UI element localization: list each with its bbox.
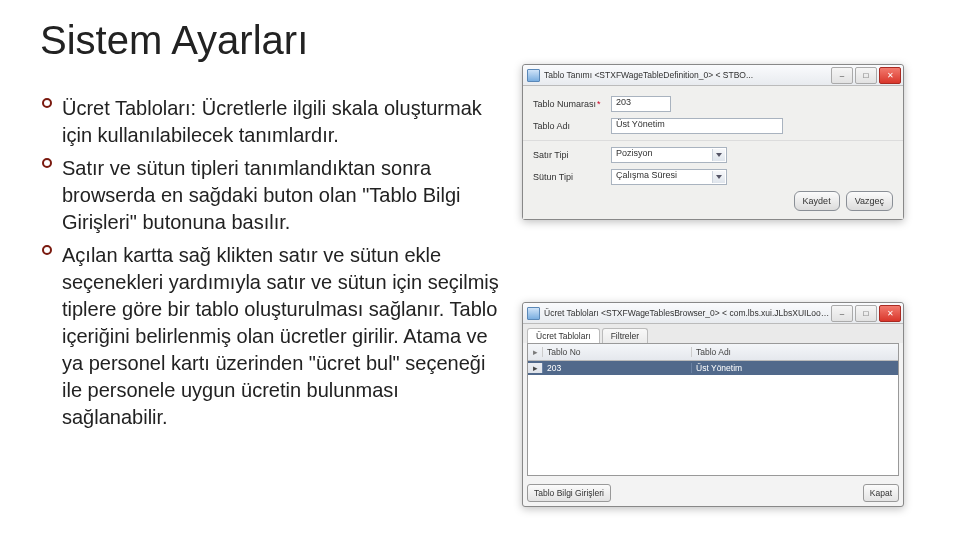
row-type-value: Pozisyon: [616, 148, 653, 158]
row-type-select[interactable]: Pozisyon: [611, 147, 727, 163]
bullet-dot-icon: [42, 98, 52, 108]
col-type-select[interactable]: Çalışma Süresi: [611, 169, 727, 185]
bullet-dot-icon: [42, 158, 52, 168]
minimize-button[interactable]: –: [831, 67, 853, 84]
close-button[interactable]: ✕: [879, 67, 901, 84]
browser-footer: Tablo Bilgi Girişleri Kapat: [523, 480, 903, 506]
cell-table-no: 203: [543, 363, 692, 373]
close-button[interactable]: ✕: [879, 305, 901, 322]
chevron-down-icon: [712, 171, 725, 183]
row-handle-header[interactable]: ▸: [528, 347, 543, 357]
col-header-no[interactable]: Tablo No: [543, 347, 692, 357]
save-button[interactable]: Kaydet: [794, 191, 840, 211]
row-handle[interactable]: ▸: [528, 363, 543, 373]
slide: Sistem Ayarları Ücret Tabloları: Ücretle…: [0, 0, 959, 536]
table-no-label: Tablo Numarası: [533, 99, 611, 109]
close-browser-button[interactable]: Kapat: [863, 484, 899, 502]
tab-wage-tables[interactable]: Ücret Tabloları: [527, 328, 600, 343]
divider: [523, 140, 903, 141]
maximize-button[interactable]: □: [855, 67, 877, 84]
form-area: Tablo Numarası 203 Tablo Adı Üst Yönetim…: [523, 86, 903, 219]
table-definition-window: Tablo Tanımı <STXFWageTableDefinition_0>…: [522, 64, 904, 220]
col-type-value: Çalışma Süresi: [616, 170, 677, 180]
table-name-label: Tablo Adı: [533, 121, 611, 131]
cell-table-name: Üst Yönetim: [692, 363, 898, 373]
table-header: ▸ Tablo No Tablo Adı: [528, 344, 898, 361]
chevron-down-icon: [712, 149, 725, 161]
minimize-button[interactable]: –: [831, 305, 853, 322]
bullet-list: Ücret Tabloları: Ücretlerle ilgili skala…: [40, 95, 502, 437]
grid-empty-area: [528, 375, 898, 475]
col-header-name[interactable]: Tablo Adı: [692, 347, 898, 357]
bullet-text: Ücret Tabloları: Ücretlerle ilgili skala…: [62, 97, 482, 146]
table-entries-button[interactable]: Tablo Bilgi Girişleri: [527, 484, 611, 502]
cancel-button[interactable]: Vazgeç: [846, 191, 893, 211]
wage-tables-browser-window: Ücret Tabloları <STXFWageTablesBrowser_0…: [522, 302, 904, 507]
row-type-label: Satır Tipi: [533, 150, 611, 160]
page-title: Sistem Ayarları: [40, 18, 308, 63]
app-icon: [527, 307, 540, 320]
table-name-input[interactable]: Üst Yönetim: [611, 118, 783, 134]
window-title: Tablo Tanımı <STXFWageTableDefinition_0>…: [544, 70, 831, 80]
data-grid[interactable]: ▸ Tablo No Tablo Adı ▸ 203 Üst Yönetim: [527, 343, 899, 476]
tab-filters[interactable]: Filtreler: [602, 328, 648, 343]
tab-bar: Ücret Tabloları Filtreler: [523, 324, 903, 343]
titlebar[interactable]: Ücret Tabloları <STXFWageTablesBrowser_0…: [523, 303, 903, 324]
table-no-input[interactable]: 203: [611, 96, 671, 112]
titlebar[interactable]: Tablo Tanımı <STXFWageTableDefinition_0>…: [523, 65, 903, 86]
col-type-label: Sütun Tipi: [533, 172, 611, 182]
table-row[interactable]: ▸ 203 Üst Yönetim: [528, 361, 898, 375]
app-icon: [527, 69, 540, 82]
maximize-button[interactable]: □: [855, 305, 877, 322]
bullet-text: Açılan kartta sağ klikten satır ve sütun…: [62, 244, 499, 428]
bullet-item: Ücret Tabloları: Ücretlerle ilgili skala…: [40, 95, 502, 149]
bullet-dot-icon: [42, 245, 52, 255]
bullet-item: Satır ve sütun tipleri tanımlandıktan so…: [40, 155, 502, 236]
bullet-item: Açılan kartta sağ klikten satır ve sütun…: [40, 242, 502, 431]
window-title: Ücret Tabloları <STXFWageTablesBrowser_0…: [544, 308, 831, 318]
bullet-text: Satır ve sütun tipleri tanımlandıktan so…: [62, 157, 460, 233]
